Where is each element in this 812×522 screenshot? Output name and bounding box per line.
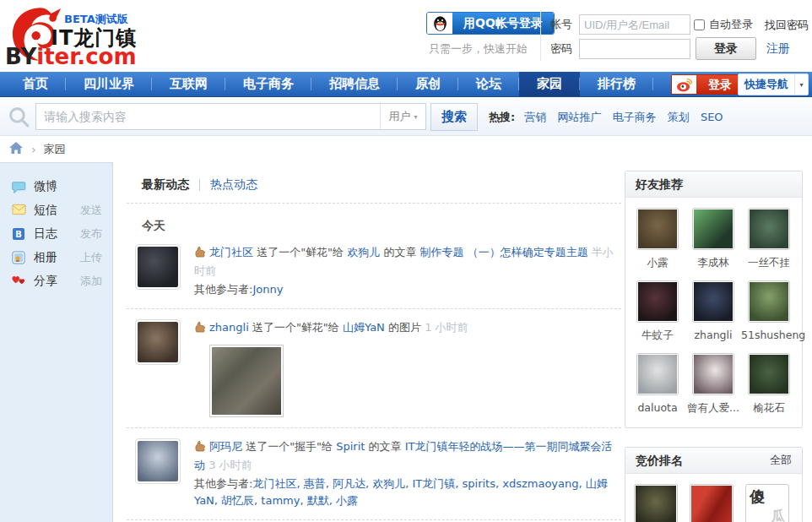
friend-name[interactable]: 51shusheng bbox=[741, 329, 797, 341]
header-divider bbox=[540, 10, 541, 61]
auto-login-option[interactable]: 自动登录 bbox=[694, 17, 753, 32]
right-column: 好友推荐 小露 李成林 一丝不挂 牛蚊子 zhangli bbox=[625, 171, 803, 522]
tab-latest-activity[interactable]: 最新动态 bbox=[142, 177, 189, 193]
friend-avatar[interactable] bbox=[692, 208, 734, 250]
site-logo[interactable]: BETA测试版 IT龙门镇 BYiter.com bbox=[3, 2, 214, 71]
hot-keyword-link[interactable]: 网站推广 bbox=[557, 111, 601, 123]
nav-item-forum[interactable]: 论坛 bbox=[458, 72, 519, 96]
friend-name[interactable]: 李成林 bbox=[685, 256, 741, 270]
sidebar-action-link[interactable]: 添加 bbox=[80, 274, 102, 289]
sidebar-item-blog[interactable]: B 日志 发布 bbox=[0, 222, 112, 246]
weibo-login-button[interactable]: 登录 bbox=[671, 74, 744, 95]
search-input[interactable] bbox=[36, 104, 380, 129]
feed-photo-thumbnail[interactable] bbox=[209, 345, 284, 417]
chevron-down-icon: ▾ bbox=[414, 113, 417, 121]
account-input[interactable] bbox=[579, 14, 690, 35]
feed-target-link[interactable]: Spirit bbox=[336, 440, 365, 453]
avatar[interactable] bbox=[135, 438, 181, 484]
nav-item-homeland[interactable]: 家园 bbox=[519, 72, 580, 96]
nav-item-home[interactable]: 首页 bbox=[5, 72, 66, 96]
friend-avatar[interactable] bbox=[748, 208, 790, 250]
feed-actor-link[interactable]: 龙门社区 bbox=[209, 246, 253, 258]
sidebar-item-label: 分享 bbox=[34, 274, 57, 289]
nav-item-jobs[interactable]: 招聘信息 bbox=[311, 72, 398, 96]
search-button[interactable]: 搜索 bbox=[430, 103, 478, 131]
participants-links[interactable]: Jonny bbox=[252, 283, 283, 296]
hot-keyword-link[interactable]: 营销 bbox=[524, 111, 546, 123]
bidding-panel-title: 竞价排名 bbox=[636, 448, 683, 473]
login-button[interactable]: 登录 bbox=[696, 37, 756, 60]
nav-item-internet[interactable]: 互联网 bbox=[152, 72, 225, 96]
friend-card[interactable]: 小露 bbox=[630, 208, 685, 270]
bidding-image[interactable] bbox=[690, 484, 734, 522]
search-bar: 用户 ▾ 搜索 热搜: 营销 网站推广 电子商务 策划 SEO bbox=[0, 97, 812, 136]
friend-name[interactable]: daluota bbox=[630, 401, 685, 414]
hot-keyword-link[interactable]: SEO bbox=[701, 111, 723, 123]
feed-timestamp: 1 小时前 bbox=[425, 321, 468, 334]
sidebar-action-link[interactable]: 发送 bbox=[80, 203, 102, 218]
feed-actor-link[interactable]: 阿玛尼 bbox=[209, 440, 242, 453]
friend-card[interactable]: 51shusheng bbox=[741, 280, 797, 343]
bidding-image[interactable]: 傻 瓜 bbox=[745, 484, 789, 522]
friend-avatar[interactable] bbox=[692, 353, 734, 395]
sidebar-action-link[interactable]: 发布 bbox=[80, 226, 102, 242]
friend-card[interactable]: zhangli bbox=[685, 280, 741, 343]
bidding-image[interactable] bbox=[634, 484, 678, 522]
friend-name[interactable]: 小露 bbox=[630, 256, 685, 270]
sidebar-item-album[interactable]: 相册 上传 bbox=[0, 246, 112, 269]
friend-card[interactable]: 李成林 bbox=[685, 208, 741, 270]
weibo-icon bbox=[672, 75, 696, 94]
friend-name[interactable]: 曾有人爱... bbox=[685, 401, 741, 416]
tab-hot-activity[interactable]: 热点动态 bbox=[210, 177, 257, 193]
hot-keyword-link[interactable]: 电子商务 bbox=[613, 111, 657, 123]
nav-item-ranking[interactable]: 排行榜 bbox=[580, 72, 653, 96]
sidebar-item-share[interactable]: 分享 添加 bbox=[0, 269, 112, 293]
nav-item-original[interactable]: 原创 bbox=[398, 72, 458, 96]
hot-keyword-link[interactable]: 策划 bbox=[668, 111, 690, 123]
friend-avatar[interactable] bbox=[692, 280, 734, 323]
friend-avatar[interactable] bbox=[636, 208, 679, 250]
friend-name[interactable]: zhangli bbox=[685, 329, 741, 341]
breadcrumb-current: 家园 bbox=[44, 142, 66, 157]
friend-card[interactable]: 榆花石 bbox=[741, 353, 797, 416]
main-nav: 首页 四川业界 互联网 电子商务 招聘信息 原创 论坛 家园 排行榜 登录 快捷… bbox=[0, 72, 812, 97]
auto-login-checkbox[interactable] bbox=[694, 19, 705, 30]
chevron-down-icon[interactable]: ▾ bbox=[794, 74, 808, 95]
friend-avatar[interactable] bbox=[636, 353, 679, 395]
participants-links[interactable]: 龙门社区, 惠普, 阿凡达, 欢狗儿, IT龙门镇, spirits, xdsz… bbox=[194, 477, 608, 507]
avatar[interactable] bbox=[135, 319, 181, 365]
quick-nav-label: 快捷导航 bbox=[739, 77, 794, 92]
friend-card[interactable]: 牛蚊子 bbox=[630, 280, 685, 343]
nav-item-sichuan[interactable]: 四川业界 bbox=[66, 72, 152, 96]
friend-avatar[interactable] bbox=[748, 353, 790, 395]
feed-actor-link[interactable]: zhangli bbox=[209, 321, 249, 334]
quick-nav-button[interactable]: 快捷导航 ▾ bbox=[738, 73, 809, 95]
feed-object-title-link[interactable]: 制作专题 （一）怎样确定专题主题 bbox=[420, 246, 588, 258]
friend-card[interactable]: 一丝不挂 bbox=[741, 208, 797, 270]
qq-login-button[interactable]: 用QQ帐号登录 bbox=[426, 12, 555, 35]
sidebar-item-message[interactable]: 短信 发送 bbox=[0, 198, 112, 222]
friend-card[interactable]: daluota bbox=[630, 353, 685, 416]
friend-avatar[interactable] bbox=[636, 280, 679, 323]
feed-timestamp: 3 小时前 bbox=[208, 459, 252, 471]
find-password-link[interactable]: 找回密码 bbox=[765, 18, 809, 33]
friend-card[interactable]: 曾有人爱... bbox=[685, 353, 741, 416]
friend-avatar[interactable] bbox=[748, 280, 790, 323]
friend-panel-title: 好友推荐 bbox=[636, 171, 683, 197]
weibo-login-label: 登录 bbox=[696, 75, 744, 94]
avatar[interactable] bbox=[135, 244, 181, 290]
friend-name[interactable]: 牛蚊子 bbox=[630, 329, 685, 343]
feed-target-link[interactable]: 欢狗儿 bbox=[347, 246, 380, 258]
sidebar-action-link[interactable]: 上传 bbox=[80, 250, 102, 265]
feed-action-text: 送了一个"鲜花"给 bbox=[252, 321, 339, 334]
password-input[interactable] bbox=[579, 39, 690, 59]
friend-name[interactable]: 榆花石 bbox=[741, 401, 797, 416]
feed-target-link[interactable]: 山姆YaN bbox=[343, 321, 385, 334]
home-icon[interactable] bbox=[8, 141, 24, 157]
bidding-all-link[interactable]: 全部 bbox=[770, 448, 792, 473]
sidebar-item-weibo[interactable]: 微博 bbox=[0, 175, 112, 198]
register-link[interactable]: 注册 bbox=[766, 41, 790, 57]
friend-name[interactable]: 一丝不挂 bbox=[741, 256, 797, 270]
search-scope-dropdown[interactable]: 用户 ▾ bbox=[380, 104, 425, 129]
nav-item-ecommerce[interactable]: 电子商务 bbox=[225, 72, 311, 96]
